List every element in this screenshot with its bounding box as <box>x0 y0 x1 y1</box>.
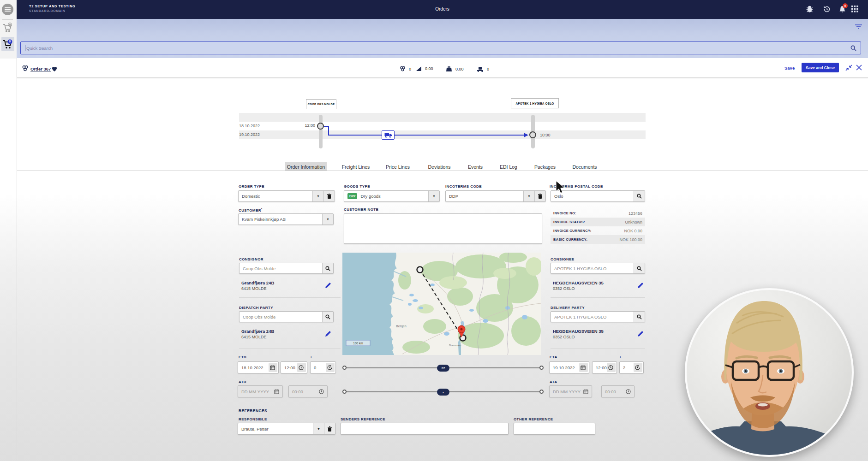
tab-order-information[interactable]: Order Information <box>287 164 325 170</box>
consignor-edit-button[interactable] <box>324 282 332 291</box>
etd-pm-field[interactable]: 0 <box>310 361 336 373</box>
consignor-search[interactable] <box>322 263 333 273</box>
consignor-field[interactable]: Coop Obs Molde <box>239 263 334 274</box>
collapse-button[interactable] <box>845 65 852 73</box>
notifications-button[interactable]: 0 <box>838 5 848 14</box>
history-icon <box>823 5 831 13</box>
consignee-search[interactable] <box>634 263 645 273</box>
invoice-row-basic: BASIC CURRENCY: NOK 100.00 <box>551 235 645 244</box>
atd-slider-finish[interactable] <box>539 390 544 394</box>
delivery-party-field[interactable]: APOTEK 1 HYGIEA OSLO <box>551 311 645 322</box>
order-type-clear[interactable] <box>323 191 335 201</box>
atd-time-field[interactable]: 00:00 <box>288 385 328 397</box>
history-button[interactable] <box>823 5 831 15</box>
delivery-edit-button[interactable] <box>637 330 644 339</box>
order-link[interactable]: Order 367 <box>30 66 51 71</box>
tab-packages[interactable]: Packages <box>534 164 556 170</box>
timeline-destination-marker[interactable] <box>529 131 536 138</box>
chevron-down-icon: ▼ <box>317 427 320 431</box>
etd-slider-finish[interactable] <box>539 366 544 370</box>
etd-pm-value: 0 <box>311 362 326 373</box>
atd-date-field[interactable]: DD.MM.YYYY <box>238 385 283 397</box>
etd-time-field[interactable]: 12:00 <box>281 361 307 373</box>
dispatch-party-field[interactable]: Coop Obs Molde <box>239 311 334 322</box>
save-and-close-button[interactable]: Save and Close <box>802 63 839 72</box>
etd-slider-handle[interactable]: 22 <box>437 365 449 372</box>
responsible-dropdown[interactable]: ▼ <box>313 423 324 434</box>
search-input[interactable]: Quick Search <box>20 41 861 54</box>
tab-documents[interactable]: Documents <box>572 164 597 170</box>
presenter-face <box>687 290 854 457</box>
close-button[interactable] <box>856 64 862 72</box>
eta-pm-field[interactable]: 2 <box>619 361 644 373</box>
volume-value: 0.00 <box>425 66 433 71</box>
invoice-currency-label: INVOICE CURRENCY: <box>553 229 591 233</box>
customer-note-value <box>344 214 542 243</box>
incoterms-clear[interactable] <box>534 191 545 201</box>
cart-add-icon <box>3 23 12 33</box>
save-button[interactable]: Save <box>784 65 795 71</box>
stat-volume: 0.00 <box>416 66 433 71</box>
senders-reference-input[interactable] <box>341 423 509 435</box>
ata-time-field[interactable]: 00:00 <box>601 385 635 397</box>
cart-selected-button[interactable] <box>1 37 14 51</box>
consignee-edit-button[interactable] <box>637 282 644 291</box>
tab-edi-log[interactable]: EDI Log <box>500 164 517 170</box>
etd-slider-start[interactable] <box>342 366 347 370</box>
responsible-clear[interactable] <box>324 423 335 434</box>
map-scale-label: 100 km <box>353 342 363 345</box>
consignee-field[interactable]: APOTEK 1 HYGIEA OSLO <box>551 263 645 274</box>
favorite-button[interactable] <box>51 65 58 74</box>
atd-slider-handle[interactable]: - <box>437 389 449 396</box>
ata-date-field[interactable]: DD.MM.YYYY <box>549 385 592 397</box>
filter-button[interactable] <box>855 23 862 31</box>
tab-price-lines[interactable]: Price Lines <box>386 164 410 170</box>
delivery-party-search[interactable] <box>634 312 645 322</box>
tab-events[interactable]: Events <box>468 164 483 170</box>
clock-icon <box>319 389 324 394</box>
goods-type-dropdown[interactable]: ▼ <box>428 191 439 201</box>
atd-slider-start[interactable] <box>342 390 347 394</box>
text-caret <box>25 45 25 51</box>
incoterms-postal-search[interactable] <box>634 191 645 201</box>
other-reference-input[interactable] <box>514 423 595 435</box>
dispatch-party-search[interactable] <box>322 312 333 322</box>
timeline-origin-marker[interactable] <box>317 123 324 130</box>
dispatch-edit-button[interactable] <box>324 330 332 339</box>
route-map[interactable]: Bergen Drammen 100 km <box>342 253 541 355</box>
customer-select[interactable]: Kvam Fiskeinnkjøp AS ▼ <box>238 213 334 225</box>
etd-date-field[interactable]: 18.10.2022 <box>238 361 279 373</box>
timeline-transport-box[interactable] <box>382 130 395 140</box>
order-type-dropdown[interactable]: ▼ <box>312 191 323 201</box>
customer-note-textarea[interactable] <box>344 213 542 244</box>
dispatch-party-value: Coop Obs Molde <box>239 312 322 322</box>
timeline-origin-label[interactable]: COOP OBS MOLDE <box>306 99 336 109</box>
pallet-icon <box>477 66 484 72</box>
responsible-select[interactable]: Braute, Petter ▼ <box>238 423 335 435</box>
calendar-icon <box>583 389 588 394</box>
clock-icon <box>608 365 613 370</box>
order-type-select[interactable]: Domestic ▼ <box>238 190 335 202</box>
eta-date-field[interactable]: 19.10.2022 <box>549 361 589 373</box>
tab-freight-lines[interactable]: Freight Lines <box>342 164 370 170</box>
incoterms-dropdown[interactable]: ▼ <box>523 191 534 201</box>
eta-time-field[interactable]: 12:00 <box>592 361 617 373</box>
menu-button[interactable] <box>2 4 13 15</box>
cart-add-button[interactable] <box>3 23 12 35</box>
incoterms-select[interactable]: DDP ▼ <box>445 190 546 202</box>
atd-label: ATD <box>239 380 246 384</box>
customer-dropdown[interactable]: ▼ <box>322 214 333 225</box>
etd-pm-label: ± <box>310 355 312 359</box>
tab-deviations[interactable]: Deviations <box>428 164 450 170</box>
customer-value: Kvam Fiskeinnkjøp AS <box>239 214 322 225</box>
tabs-underline <box>17 171 868 171</box>
debug-button[interactable] <box>806 5 814 15</box>
goods-type-select[interactable]: DRY Dry goods ▼ <box>344 190 440 202</box>
references-title: REFERENCES <box>239 408 267 413</box>
apps-button[interactable] <box>851 6 858 14</box>
clock-icon <box>299 365 304 370</box>
timeline-destination-label[interactable]: APOTEK 1 HYGIEA OSLO <box>511 98 559 108</box>
chevron-down-icon: ▼ <box>326 218 329 221</box>
eta-pm-value: 2 <box>620 362 634 373</box>
order-page: T2 SETUP AND TESTING STANDARD-DOMAIN Ord… <box>0 0 868 461</box>
